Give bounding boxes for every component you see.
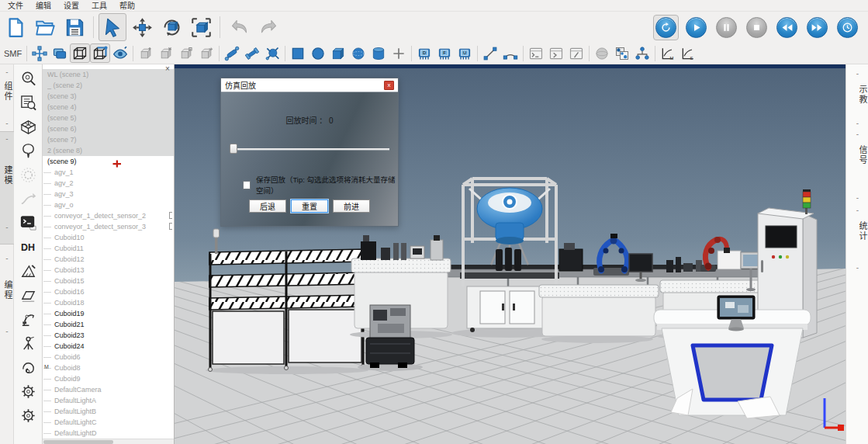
chip-u-tool-button[interactable]: U <box>455 43 475 63</box>
tree-item[interactable]: Cuboid15 <box>43 276 174 286</box>
curve-tool-button[interactable] <box>17 189 39 209</box>
dh-parameters-tool-button[interactable]: DH <box>17 237 39 257</box>
save-file-button[interactable] <box>61 13 88 41</box>
tree-item[interactable]: Cuboid6 <box>43 352 174 362</box>
playback-slider[interactable] <box>230 144 389 154</box>
node-link-tool-button[interactable] <box>612 43 632 63</box>
menu-item-4[interactable]: 帮助 <box>113 0 141 12</box>
visibility-tool-button[interactable] <box>110 43 130 63</box>
tree-item[interactable]: Cuboid19 <box>43 308 174 319</box>
tab-建模[interactable]: 建模 <box>0 165 14 186</box>
pause-button[interactable] <box>716 17 737 38</box>
gear-tool-1-button[interactable] <box>17 381 39 401</box>
create-cube-tool-button[interactable] <box>328 43 348 63</box>
tree-item[interactable]: (scene 6) <box>43 123 174 134</box>
chip-f-tool-button[interactable]: F <box>434 43 455 63</box>
tree-item[interactable]: DefaultLightB <box>43 406 174 417</box>
dialog-button-0[interactable]: 后退 <box>249 199 286 213</box>
tree-item[interactable]: DefaultCamera <box>43 384 174 395</box>
bounding-box-tool-button[interactable] <box>187 13 215 41</box>
structure-tool-button[interactable] <box>17 116 39 137</box>
tab-信号[interactable]: 信号 <box>846 145 868 165</box>
dialog-button-1[interactable]: 重置 <box>291 199 328 213</box>
gear-mesh-tool-button[interactable] <box>17 165 39 185</box>
slider-handle[interactable] <box>230 144 237 154</box>
dialog-button-2[interactable]: 前进 <box>333 199 370 213</box>
tree-item[interactable]: (scene 5) <box>43 113 174 123</box>
tree-item[interactable]: Cuboid18 <box>43 297 174 308</box>
tab-示教[interactable]: 示教 <box>846 85 868 105</box>
tab-组件[interactable]: 组件 <box>0 82 14 102</box>
tree-item[interactable]: MCuboid8 <box>43 362 174 373</box>
console-run-tool-button[interactable] <box>526 43 546 63</box>
select-tool-button[interactable] <box>99 13 126 41</box>
menu-item-0[interactable]: 文件 <box>2 0 29 12</box>
menu-item-2[interactable]: 设置 <box>57 0 85 12</box>
create-plane-tool-button[interactable] <box>288 43 308 63</box>
tree-item[interactable]: _ (scene 2) <box>43 80 174 91</box>
stop-button[interactable] <box>746 17 767 38</box>
gizmo-tool-button[interactable] <box>29 43 50 63</box>
new-file-button[interactable] <box>2 13 29 41</box>
replay-button[interactable] <box>655 17 676 38</box>
chart-s-tool-button[interactable]: S <box>678 43 698 63</box>
menu-item-1[interactable]: 编辑 <box>29 0 57 12</box>
step-back-button[interactable] <box>776 17 797 38</box>
gear-tool-2-button[interactable] <box>17 405 39 425</box>
dialog-titlebar[interactable]: 仿真回放 x <box>221 78 398 92</box>
chart-m-tool-button[interactable]: M <box>658 43 678 63</box>
arc-tool-button[interactable] <box>500 43 520 63</box>
tree-item[interactable]: WL (scene 1) <box>43 69 174 80</box>
plane-tool-button[interactable] <box>17 285 39 305</box>
redo-button[interactable] <box>254 13 282 41</box>
wireframe-view-tool-button[interactable] <box>70 43 90 63</box>
scene-search-tool-button[interactable] <box>17 68 39 88</box>
joint-axis-tool-button[interactable] <box>222 43 242 63</box>
step-forward-button[interactable] <box>807 17 828 38</box>
tree-panel-close-button[interactable]: × <box>163 64 172 74</box>
cube-intersect-tool-button[interactable] <box>176 43 196 63</box>
tree-item[interactable]: Cuboid9 <box>43 373 174 384</box>
tree-horizontal-scrollbar[interactable] <box>43 439 174 444</box>
script-terminal-tool-button[interactable] <box>17 213 39 233</box>
joint-fix-tool-button[interactable] <box>262 43 282 63</box>
tree-item[interactable]: Cuboid10 <box>43 232 174 243</box>
create-more-tool-button[interactable] <box>389 43 409 63</box>
create-sphere-tool-button[interactable] <box>348 43 368 63</box>
tree-item[interactable]: agv_2 <box>43 178 174 189</box>
tree-item[interactable]: Cuboid16 <box>43 286 174 297</box>
dialog-close-button[interactable]: x <box>384 81 394 90</box>
create-disc-tool-button[interactable] <box>308 43 328 63</box>
rotate-tool-button[interactable] <box>157 13 185 41</box>
robot-arm-tool-button[interactable] <box>17 309 39 329</box>
tree-item[interactable]: Cuboid23 <box>43 330 174 341</box>
tree-item[interactable]: Cuboid21 <box>43 319 174 330</box>
tree-item[interactable]: (scene 9) <box>43 156 174 167</box>
sphere-gray-tool-button[interactable] <box>592 43 612 63</box>
console-step-tool-button[interactable] <box>546 43 566 63</box>
tab-编程[interactable]: 编程 <box>0 280 14 300</box>
tree-item[interactable]: Cuboid11 <box>43 243 174 254</box>
tree-item[interactable]: Cuboid24 <box>43 341 174 352</box>
move-tool-button[interactable] <box>128 13 156 41</box>
create-cylinder-tool-button[interactable] <box>368 43 389 63</box>
measure-tool-button[interactable] <box>17 261 39 281</box>
slider-track[interactable] <box>230 148 389 150</box>
list-search-tool-button[interactable] <box>17 92 39 113</box>
balloon-tool-button[interactable] <box>17 140 39 161</box>
scrollbar-thumb[interactable] <box>43 440 113 444</box>
cube-split-tool-button[interactable] <box>196 43 216 63</box>
tree-item[interactable]: Cuboid13 <box>43 265 174 276</box>
tree-item[interactable]: DefaultLightC <box>43 417 174 428</box>
tree-item[interactable]: agv_o <box>43 199 174 210</box>
rectangle-tool-button[interactable] <box>50 43 70 63</box>
menu-item-3[interactable]: 工具 <box>85 0 113 12</box>
tree-item[interactable]: conveyor_1_detect_sensor_2 <box>43 210 174 221</box>
tree-item[interactable]: agv_3 <box>43 189 174 199</box>
undo-button[interactable] <box>225 13 253 41</box>
open-file-button[interactable] <box>31 13 59 41</box>
line-tool-button[interactable] <box>480 43 500 63</box>
console-edit-tool-button[interactable] <box>566 43 586 63</box>
cube-subtract-tool-button[interactable] <box>156 43 176 63</box>
tree-item[interactable]: 2 (scene 8) <box>43 145 174 156</box>
